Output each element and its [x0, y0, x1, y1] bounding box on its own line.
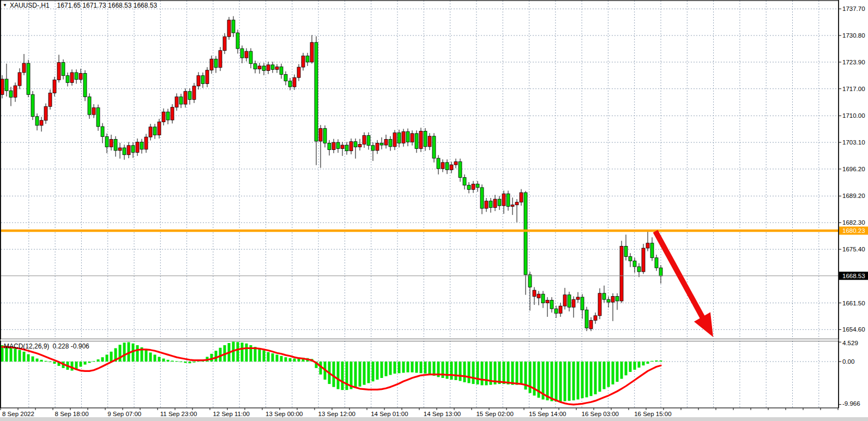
macd-histogram-bar [468, 362, 471, 383]
time-axis-label[interactable]: 13 Sep 00:00 [266, 411, 303, 417]
macd-histogram-bar [629, 362, 632, 372]
time-axis-label[interactable]: 14 Sep 01:00 [371, 411, 408, 417]
candle-body [437, 158, 440, 169]
candle-body [476, 184, 479, 188]
time-axis-label[interactable]: 16 Sep 03:00 [582, 411, 619, 417]
macd-histogram-bar [145, 350, 148, 362]
candle-body [166, 112, 170, 120]
macd-histogram-bar [363, 362, 366, 385]
macd-histogram-bar [511, 362, 514, 385]
candle-body [611, 296, 614, 302]
candle-body [9, 91, 13, 97]
candle-body [520, 193, 523, 202]
time-axis-label[interactable]: 12 Sep 11:00 [213, 411, 250, 417]
macd-histogram-bar [346, 362, 348, 390]
candle-body [275, 67, 279, 69]
macd-histogram-bar [442, 362, 444, 378]
macd-histogram-bar [23, 352, 26, 362]
macd-histogram-bar [529, 362, 532, 393]
candle-body [66, 76, 69, 83]
candle-body [62, 63, 65, 76]
candle-body [454, 161, 457, 165]
macd-histogram-bar [594, 362, 597, 394]
pane-separator[interactable] [1, 339, 839, 341]
candle-body [489, 201, 492, 208]
candle-body [380, 143, 383, 146]
macd-histogram-bar [485, 362, 488, 385]
macd-histogram-bar [402, 362, 405, 373]
time-axis-label[interactable]: 8 Sep 18:00 [55, 411, 89, 417]
macd-histogram-bar [407, 362, 409, 372]
macd-histogram-bar [93, 361, 95, 362]
candle-body [507, 194, 510, 206]
chart-canvas[interactable]: 1737.701730.801723.901717.001710.001703.… [0, 0, 868, 421]
time-axis-label[interactable]: 9 Sep 07:00 [107, 411, 141, 417]
candle-body [297, 67, 300, 77]
chart-title-symbol: XAUUSD-,H1 [10, 2, 50, 9]
macd-histogram-bar [463, 362, 466, 382]
candle-body [149, 127, 152, 137]
macd-histogram-bar [481, 362, 484, 385]
macd-histogram-bar [459, 362, 462, 381]
time-axis-label[interactable]: 14 Sep 13:00 [424, 411, 461, 417]
time-axis-label[interactable]: 15 Sep 14:00 [529, 411, 566, 417]
macd-histogram-bar [625, 362, 628, 375]
macd-histogram-bar [289, 358, 292, 362]
candle-body [27, 63, 30, 94]
macd-histogram-bar [568, 362, 571, 401]
macd-histogram-bar [272, 353, 274, 362]
candle-body [110, 139, 113, 147]
macd-histogram-bar [333, 362, 335, 387]
macd-histogram-bar [472, 362, 475, 384]
candle-body [293, 77, 296, 87]
time-axis-label[interactable]: 13 Sep 12:00 [318, 411, 355, 417]
candle-body [524, 193, 527, 275]
candle-body [319, 129, 322, 141]
candle-body [424, 131, 427, 147]
macd-histogram-bar [84, 362, 87, 365]
macd-histogram-bar [158, 357, 161, 362]
candle-body [354, 142, 357, 147]
candle-body [637, 267, 641, 272]
price-axis-label: 1737.70 [842, 5, 865, 12]
time-axis-label[interactable]: 15 Sep 02:00 [476, 411, 513, 417]
macd-histogram-bar [572, 362, 575, 400]
time-axis-label[interactable]: 16 Sep 15:00 [634, 411, 671, 417]
macd-histogram-bar [394, 362, 396, 374]
macd-histogram-bar [285, 357, 287, 362]
macd-histogram-bar [32, 357, 34, 362]
macd-histogram-bar [176, 361, 178, 362]
candle-body [254, 64, 257, 69]
macd-histogram-bar [603, 362, 606, 389]
macd-histogram-bar [19, 350, 21, 362]
chart-background [0, 0, 868, 421]
macd-histogram-bar [189, 362, 191, 363]
macd-histogram-bar [14, 348, 17, 362]
candle-body [511, 205, 514, 207]
price-axis-label: 1710.00 [842, 112, 865, 119]
candle-body [493, 199, 497, 208]
symbol-dropdown-icon[interactable]: ▼ [3, 3, 7, 8]
price-axis-label: 1703.10 [842, 139, 865, 146]
macd-histogram-bar [546, 362, 549, 400]
time-axis-label[interactable]: 11 Sep 23:00 [160, 411, 197, 417]
candle-body [345, 145, 348, 151]
candle-body [646, 243, 649, 248]
candle-body [14, 86, 17, 97]
candle-body [402, 131, 405, 143]
macd-histogram-bar [381, 362, 383, 378]
macd-histogram-bar [184, 362, 187, 363]
candle-body [57, 63, 61, 80]
candle-body [541, 294, 545, 303]
macd-histogram-bar [498, 362, 501, 384]
time-axis-label[interactable]: 8 Sep 2022 [2, 411, 34, 417]
trading-chart-window: 1737.701730.801723.901717.001710.001703.… [0, 0, 868, 421]
candle-body [572, 299, 575, 307]
candle-body [485, 201, 488, 208]
macd-histogram-bar [180, 362, 183, 362]
macd-histogram-bar [280, 356, 283, 362]
candle-body [598, 293, 601, 316]
macd-histogram-bar [241, 342, 244, 362]
candle-body [546, 300, 549, 303]
candle-body [140, 142, 143, 149]
